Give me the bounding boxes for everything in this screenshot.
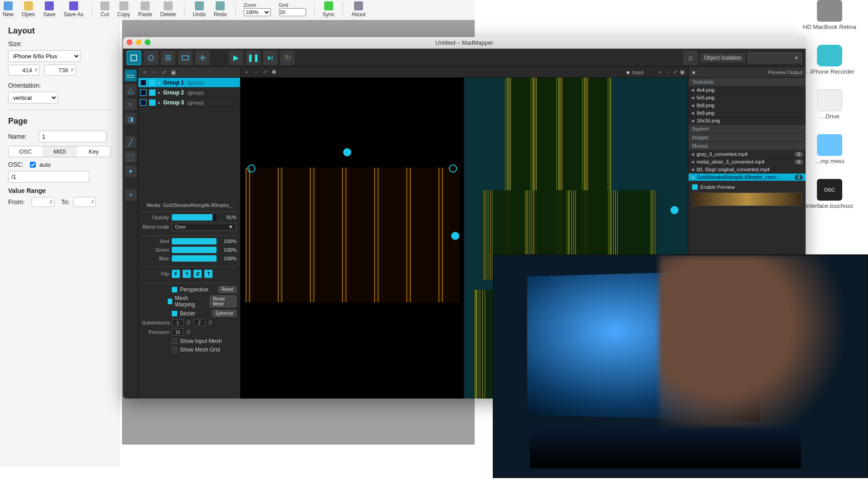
- vpL-remove-icon[interactable]: －: [254, 69, 259, 75]
- testcard-item[interactable]: ◀4x4.png: [689, 86, 806, 94]
- tb-new[interactable]: New: [3, 1, 14, 18]
- flip-h-button[interactable]: F: [172, 270, 180, 278]
- desktop-icon-rec[interactable]: …iPhone Recorder: [805, 45, 855, 75]
- size-select[interactable]: iPhone 6/6s Plus: [8, 50, 80, 62]
- pause-icon[interactable]: ❚❚: [246, 51, 260, 65]
- object-isolation-toggle[interactable]: Object Isolation: [700, 53, 745, 62]
- tool-line-icon[interactable]: ╱: [125, 136, 137, 148]
- input-viewport[interactable]: [241, 78, 464, 399]
- width-field[interactable]: 414: [8, 65, 40, 75]
- groups-add-icon[interactable]: ＋: [142, 68, 147, 76]
- tool-triangle-icon[interactable]: △: [125, 84, 137, 96]
- vpL-expand-icon[interactable]: ⤢: [263, 69, 267, 75]
- reset-button[interactable]: Reset: [218, 286, 236, 293]
- tab-midi[interactable]: MIDI: [42, 146, 76, 157]
- orientation-select[interactable]: vertical: [8, 92, 58, 103]
- tb-save[interactable]: Save: [43, 1, 55, 18]
- show-mesh-grid-checkbox[interactable]: [172, 347, 177, 352]
- groups-remove-icon[interactable]: －: [152, 68, 157, 76]
- tb-delete[interactable]: Delete: [160, 1, 176, 18]
- subdiv-x-field[interactable]: [172, 319, 184, 326]
- desktop-icon-hd[interactable]: HD MacBook Retina: [803, 0, 856, 30]
- desktop-icon-drive[interactable]: …Drive: [817, 89, 842, 120]
- tb-zoom[interactable]: Zoom 100%: [244, 2, 271, 16]
- precision-field[interactable]: [172, 328, 184, 336]
- desktop-icon-folder[interactable]: …mp mess: [815, 134, 844, 164]
- mode-output-icon[interactable]: [178, 51, 193, 65]
- tb-undo[interactable]: Undo: [193, 1, 206, 18]
- movie-item[interactable]: ◀metal_silver_3_converted.mp46: [689, 158, 806, 166]
- vpR-fit-icon[interactable]: ▣: [680, 69, 684, 75]
- tb-paste[interactable]: Paste: [138, 1, 152, 18]
- testcard-item[interactable]: ◀8x8.png: [689, 102, 806, 109]
- mode-list-icon[interactable]: [161, 51, 175, 65]
- zoom-icon[interactable]: [145, 39, 151, 45]
- protocol-tabs[interactable]: OSC MIDI Key: [8, 146, 111, 157]
- testcard-item[interactable]: ◀5x5.png: [689, 94, 806, 102]
- tb-redo[interactable]: Redo: [214, 1, 227, 18]
- tool-3d-icon[interactable]: ⬚: [125, 151, 137, 163]
- tab-key[interactable]: Key: [77, 146, 111, 157]
- vpR-expand-icon[interactable]: ⤢: [673, 69, 677, 75]
- isolation-select[interactable]: ▼: [748, 52, 802, 63]
- movie-item[interactable]: ◀GoldStreaksRising4k-80mpbs_conv…6: [689, 174, 806, 181]
- groups-expand-icon[interactable]: ⤢: [162, 69, 166, 75]
- red-slider[interactable]: [172, 238, 217, 244]
- osc-path-field[interactable]: [8, 171, 90, 183]
- meshwarp-checkbox[interactable]: [168, 299, 172, 304]
- movie-item[interactable]: ◀00. Stup! original_converted.mp4: [689, 166, 806, 174]
- osc-auto-checkbox[interactable]: [30, 162, 36, 168]
- flip-v2-button[interactable]: ⤒: [204, 270, 212, 278]
- show-input-mesh-checkbox[interactable]: [172, 338, 177, 344]
- vpR-remove-icon[interactable]: －: [665, 69, 670, 75]
- movie-item[interactable]: ◀gray_3_converted.mp46: [689, 150, 806, 158]
- page-name-field[interactable]: [39, 131, 107, 142]
- tb-open[interactable]: Open: [22, 1, 35, 18]
- bezier-checkbox[interactable]: [172, 311, 177, 316]
- blend-mode-select[interactable]: Over▼: [172, 223, 236, 231]
- perspective-checkbox[interactable]: [172, 287, 177, 292]
- tb-copy[interactable]: Copy: [118, 1, 130, 18]
- minimize-icon[interactable]: [136, 39, 142, 45]
- tool-add-icon[interactable]: ＋: [125, 189, 137, 201]
- flip-h2-button[interactable]: ꟻ: [183, 270, 191, 278]
- tab-osc[interactable]: OSC: [9, 146, 42, 157]
- vpL-fit-icon[interactable]: ▣: [272, 69, 276, 75]
- flip-v-button[interactable]: ⇵: [193, 270, 202, 278]
- enable-preview-checkbox[interactable]: [692, 184, 698, 190]
- tb-grid[interactable]: Grid: [279, 2, 306, 16]
- spherize-button[interactable]: Spherize: [212, 310, 236, 317]
- mode-surfaces-icon[interactable]: [127, 51, 141, 65]
- tool-mask-icon[interactable]: ◑: [125, 113, 137, 125]
- tb-saveas[interactable]: Save As: [64, 1, 84, 18]
- group-item-0[interactable]: ▸Group 1(group): [138, 78, 240, 88]
- tb-cut[interactable]: Cut: [100, 1, 109, 18]
- group-item-1[interactable]: ▸Group 2(group): [138, 88, 240, 98]
- testcard-item[interactable]: ◀9x9.png: [689, 109, 806, 117]
- home-icon[interactable]: ⌂: [683, 51, 698, 65]
- to-field[interactable]: [73, 197, 96, 207]
- loop-icon[interactable]: ↻: [280, 51, 295, 65]
- group-item-2[interactable]: ▸Group 3(group): [138, 98, 240, 108]
- step-icon[interactable]: ⏯: [263, 51, 278, 65]
- blue-slider[interactable]: [172, 255, 217, 262]
- green-slider[interactable]: [172, 247, 217, 253]
- testcard-item[interactable]: ◀16x16.png: [689, 117, 806, 125]
- close-icon[interactable]: [127, 39, 132, 45]
- height-field[interactable]: 736: [44, 65, 76, 75]
- subdiv-y-field[interactable]: [193, 319, 205, 326]
- tool-fixture-icon[interactable]: ✦: [125, 165, 137, 177]
- reset-mesh-button[interactable]: Reset Mesh: [210, 296, 236, 307]
- mode-lights-icon[interactable]: [144, 51, 158, 65]
- tool-circle-icon[interactable]: ○: [125, 99, 137, 110]
- opacity-slider[interactable]: [172, 214, 217, 221]
- desktop-icon-osc[interactable]: OSCinterface.touchosc: [806, 179, 854, 209]
- from-field[interactable]: [32, 197, 54, 207]
- tool-quad-icon[interactable]: ▭: [125, 70, 137, 81]
- tb-sync[interactable]: Sync: [323, 1, 335, 18]
- vpR-add-icon[interactable]: ＋: [658, 69, 663, 75]
- vpL-add-icon[interactable]: ＋: [244, 69, 249, 75]
- groups-fit-icon[interactable]: ▣: [171, 69, 176, 75]
- settings-icon[interactable]: [195, 51, 210, 65]
- tb-about[interactable]: About: [351, 1, 365, 18]
